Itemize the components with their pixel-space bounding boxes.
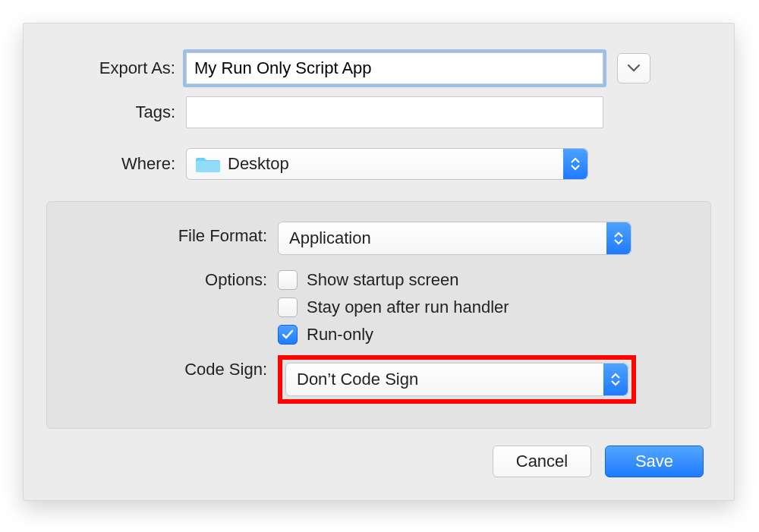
updown-stepper-icon: [606, 222, 631, 254]
code-sign-label: Code Sign:: [70, 355, 278, 379]
save-button-label: Save: [635, 452, 673, 471]
checkbox-box-checked: [278, 325, 298, 345]
updown-stepper-icon: [563, 149, 587, 179]
export-as-label: Export As:: [46, 58, 186, 78]
tags-field[interactable]: [186, 96, 603, 128]
where-selected-value: Desktop: [228, 154, 289, 174]
checkbox-box: [278, 270, 298, 290]
checkmark-icon: [282, 329, 294, 340]
dialog-button-row: Cancel Save: [24, 429, 734, 477]
tags-label: Tags:: [46, 102, 186, 122]
svg-rect-0: [196, 161, 220, 172]
run-only-checkbox[interactable]: Run-only: [278, 325, 509, 345]
code-sign-selected-value: Don’t Code Sign: [297, 370, 418, 389]
stay-open-checkbox[interactable]: Stay open after run handler: [278, 297, 509, 317]
code-sign-highlight: Don’t Code Sign: [278, 355, 636, 404]
show-startup-checkbox[interactable]: Show startup screen: [278, 270, 509, 290]
export-options-panel: File Format: Application Options: Show s…: [46, 201, 711, 429]
cancel-button-label: Cancel: [516, 452, 568, 471]
where-label: Where:: [46, 154, 186, 174]
export-dialog: Export As: Tags: Where: Desktop: [23, 23, 735, 501]
save-button[interactable]: Save: [605, 445, 704, 477]
updown-stepper-icon: [603, 364, 628, 395]
code-sign-select[interactable]: Don’t Code Sign: [285, 363, 628, 396]
stay-open-label: Stay open after run handler: [307, 297, 509, 317]
export-top-section: Export As: Tags: Where: Desktop: [24, 24, 734, 201]
show-startup-label: Show startup screen: [307, 270, 459, 290]
expand-save-panel-button[interactable]: [617, 53, 650, 83]
file-format-select[interactable]: Application: [278, 222, 631, 255]
export-as-field[interactable]: [186, 52, 603, 84]
run-only-label: Run-only: [307, 325, 373, 345]
cancel-button[interactable]: Cancel: [493, 445, 591, 477]
file-format-selected-value: Application: [289, 228, 371, 248]
options-label: Options:: [70, 266, 278, 290]
checkbox-box: [278, 297, 298, 317]
file-format-label: File Format:: [70, 222, 278, 246]
folder-icon: [196, 155, 220, 173]
where-location-select[interactable]: Desktop: [186, 148, 588, 180]
chevron-down-icon: [628, 65, 640, 72]
